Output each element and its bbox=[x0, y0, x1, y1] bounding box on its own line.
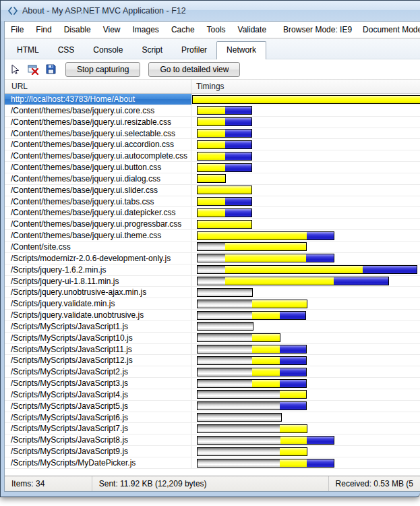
timing-bar bbox=[197, 368, 307, 376]
timing-cell bbox=[191, 457, 420, 468]
table-row[interactable]: /Scripts/MyScripts/JavaScript7.js bbox=[5, 423, 420, 434]
timing-segment-yellow bbox=[280, 425, 307, 432]
table-row[interactable]: /Scripts/MyScripts/MyDatePicker.js bbox=[5, 457, 420, 469]
timing-bar bbox=[197, 265, 417, 274]
timing-segment-gray bbox=[198, 380, 252, 387]
save-icon[interactable] bbox=[44, 63, 57, 76]
tab-css[interactable]: CSS bbox=[49, 42, 84, 59]
request-url: /Scripts/jquery-ui-1.8.11.min.js bbox=[5, 276, 191, 287]
table-row[interactable]: /Content/themes/base/jquery.ui.datepicke… bbox=[5, 207, 420, 219]
timing-segment-yellow bbox=[198, 221, 251, 228]
table-row[interactable]: /Scripts/MyScripts/JavaScript1.js bbox=[5, 321, 420, 333]
timing-cell bbox=[191, 253, 420, 264]
table-row[interactable]: /Content/themes/base/jquery.ui.autocompl… bbox=[5, 150, 420, 162]
menu-item-cache[interactable]: Cache bbox=[165, 25, 201, 34]
timing-segment-yellow bbox=[225, 254, 306, 262]
timing-cell bbox=[191, 321, 420, 332]
table-row[interactable]: /Scripts/jquery.validate.min.js bbox=[5, 298, 420, 310]
tab-profiler[interactable]: Profiler bbox=[172, 42, 216, 59]
menu-item-find[interactable]: Find bbox=[30, 25, 57, 34]
timing-bar bbox=[197, 174, 226, 183]
timing-segment-blue bbox=[280, 380, 306, 387]
table-row[interactable]: /Scripts/jquery-1.6.2.min.js bbox=[5, 264, 420, 276]
timing-segment-yellow bbox=[198, 198, 225, 205]
timing-cell bbox=[191, 389, 420, 400]
timing-segment-yellow bbox=[252, 368, 280, 376]
request-url: /Content/site.css bbox=[5, 242, 191, 252]
timing-cell bbox=[191, 196, 420, 207]
menu-item-view[interactable]: View bbox=[97, 25, 127, 34]
table-row[interactable]: /Content/themes/base/jquery.ui.accordion… bbox=[5, 139, 420, 150]
tab-console[interactable]: Console bbox=[84, 42, 132, 59]
timing-cell bbox=[191, 378, 420, 389]
timing-segment-yellow bbox=[225, 277, 334, 285]
table-row[interactable]: /Scripts/MyScripts/JavaScript10.js bbox=[5, 333, 420, 344]
titlebar[interactable]: About - My ASP.NET MVC Application - F12 bbox=[1, 1, 420, 21]
table-row[interactable]: /Scripts/MyScripts/JavaScript12.js bbox=[5, 355, 420, 366]
timing-cell bbox=[191, 185, 420, 196]
stop-capturing-button[interactable]: Stop capturing bbox=[65, 62, 140, 77]
menu-item-file[interactable]: File bbox=[5, 25, 30, 34]
table-row[interactable]: /Content/themes/base/jquery.ui.button.cs… bbox=[5, 162, 420, 173]
table-row[interactable]: /Content/themes/base/jquery.ui.theme.css bbox=[5, 230, 420, 242]
menu-item-images[interactable]: Images bbox=[127, 25, 165, 34]
timing-cell bbox=[191, 355, 420, 366]
table-row[interactable]: /Content/themes/base/jquery.ui.slider.cs… bbox=[5, 185, 420, 196]
table-row[interactable]: /Scripts/MyScripts/JavaScript3.js bbox=[5, 378, 420, 389]
timing-segment-gray bbox=[198, 345, 252, 353]
tab-html[interactable]: HTML bbox=[7, 42, 49, 59]
column-header-timings[interactable]: Timings bbox=[191, 80, 420, 93]
menu-item-tools[interactable]: Tools bbox=[201, 25, 232, 34]
table-row[interactable]: /Scripts/modernizr-2.0.6-development-onl… bbox=[5, 253, 420, 264]
table-row[interactable]: /Scripts/MyScripts/JavaScript8.js bbox=[5, 434, 420, 446]
timing-segment-blue bbox=[280, 402, 306, 410]
table-row[interactable]: /Scripts/MyScripts/JavaScript5.js bbox=[5, 401, 420, 412]
timing-bar bbox=[197, 300, 307, 308]
request-list: http://localhost:43783/Home/About/Conten… bbox=[5, 94, 420, 476]
table-row[interactable]: /Content/themes/base/jquery.ui.tabs.css bbox=[5, 196, 420, 208]
timing-cell bbox=[191, 139, 420, 150]
timing-bar bbox=[197, 106, 252, 115]
request-url: /Content/themes/base/jquery.ui.dialog.cs… bbox=[5, 173, 191, 184]
timing-segment-gray bbox=[198, 277, 225, 285]
timing-cell bbox=[191, 434, 420, 445]
timing-bar bbox=[197, 220, 252, 229]
table-row[interactable]: /Scripts/jquery.validate.unobtrusive.js bbox=[5, 310, 420, 321]
table-row[interactable]: /Scripts/MyScripts/JavaScript6.js bbox=[5, 412, 420, 424]
table-row[interactable]: http://localhost:43783/Home/About bbox=[5, 94, 420, 105]
menu-bar: FileFindDisableViewImagesCacheToolsValid… bbox=[5, 22, 420, 38]
table-row[interactable]: /Scripts/MyScripts/JavaScript9.js bbox=[5, 446, 420, 457]
timing-segment-gray bbox=[198, 357, 252, 364]
table-row[interactable]: /Content/site.css bbox=[5, 242, 420, 253]
column-header-url[interactable]: URL bbox=[5, 80, 191, 93]
timing-cell bbox=[191, 423, 420, 434]
table-row[interactable]: /Scripts/MyScripts/JavaScript11.js bbox=[5, 344, 420, 356]
timing-bar bbox=[197, 277, 389, 285]
column-headers: URL Timings bbox=[5, 79, 420, 94]
table-row[interactable]: /Scripts/jquery.unobtrusive-ajax.min.js bbox=[5, 287, 420, 298]
pointer-icon[interactable] bbox=[9, 63, 22, 76]
timing-bar bbox=[197, 345, 307, 354]
table-row[interactable]: /Scripts/MyScripts/JavaScript2.js bbox=[5, 366, 420, 378]
table-row[interactable]: /Content/themes/base/jquery.ui.dialog.cs… bbox=[5, 173, 420, 185]
tab-script[interactable]: Script bbox=[132, 42, 172, 59]
table-row[interactable]: /Content/themes/base/jquery.ui.selectabl… bbox=[5, 128, 420, 140]
clear-entries-icon[interactable] bbox=[26, 63, 40, 76]
tab-network[interactable]: Network bbox=[216, 41, 266, 59]
table-row[interactable]: /Content/themes/base/jquery.ui.progressb… bbox=[5, 219, 420, 230]
timing-cell bbox=[191, 446, 420, 457]
go-to-detailed-view-button[interactable]: Go to detailed view bbox=[148, 62, 240, 77]
browser-mode-label: Browser Mode: IE9 bbox=[278, 25, 357, 34]
menu-item-validate[interactable]: Validate bbox=[232, 25, 272, 34]
menu-item-disable[interactable]: Disable bbox=[58, 25, 97, 34]
timing-segment-gray bbox=[198, 448, 280, 455]
timing-segment-blue bbox=[307, 459, 334, 467]
timing-cell bbox=[191, 366, 420, 377]
request-url: /Scripts/MyScripts/JavaScript8.js bbox=[5, 434, 191, 445]
table-row[interactable]: /Content/themes/base/jquery.ui.core.css bbox=[5, 105, 420, 117]
table-row[interactable]: /Content/themes/base/jquery.ui.resizable… bbox=[5, 117, 420, 128]
table-row[interactable]: /Scripts/MyScripts/JavaScript4.js bbox=[5, 389, 420, 401]
table-row[interactable]: /Scripts/jquery-ui-1.8.11.min.js bbox=[5, 276, 420, 287]
timing-bar bbox=[197, 117, 252, 126]
timing-segment-gray bbox=[198, 425, 280, 432]
